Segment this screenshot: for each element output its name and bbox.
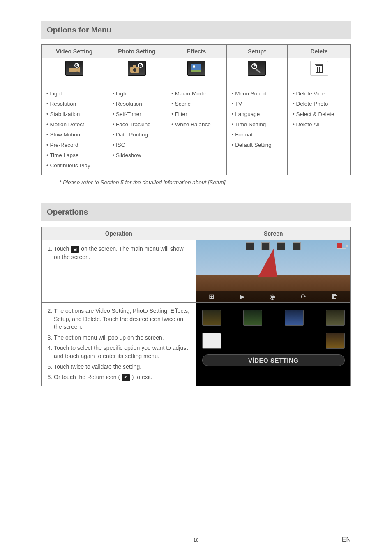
effects-icon [187,61,205,76]
step6-text-a: Or touch the Return icon ( [54,374,120,380]
opt-item: Menu Sound [232,88,283,99]
screen-preview-2: VİDEO SETTING [196,303,351,386]
opt-item: Time Setting [232,119,283,130]
return-arrow-icon[interactable]: ↶ [122,374,130,381]
col-header-photo: Photo Setting [107,45,166,58]
svg-rect-8 [191,70,201,72]
opt-item: Light [112,88,162,99]
video-setting-label: VİDEO SETTING [202,354,345,366]
opt-item: Continuous Play [46,160,103,171]
ops-header-operation: Operation [42,227,196,240]
setup-tile[interactable] [326,310,345,326]
opt-item: Language [232,109,283,119]
svg-marker-1 [77,67,80,73]
opts-video: Light Resolution Stabilization Motion De… [42,84,107,175]
opt-item: Delete Video [293,88,346,99]
svg-rect-13 [315,64,323,65]
menu-grid-icon[interactable]: ⊞ [71,246,79,253]
opt-item: Select & Delete [293,109,346,119]
switch-icon[interactable]: ⟳ [301,293,306,301]
opt-item: Default Setting [232,140,283,150]
photo-setting-tile[interactable] [243,310,262,326]
ops-step-1: Touch ⊞ on the screen. The main menu wil… [54,244,190,262]
setup-footnote: * Please refer to Section 5 for the deta… [59,179,351,185]
col-header-delete: Delete [288,45,351,58]
opt-item: Scene [171,99,222,109]
section-title-operations: Operations [41,204,351,221]
opt-item: Face Tracking [112,119,162,130]
ops-step-5: Touch twice to validate the setting. [54,362,190,372]
section-title-options: Options for Menu [41,21,351,39]
sailboat-graphic [258,249,277,277]
opt-item: Resolution [46,99,103,109]
icon-cell-video [42,58,107,84]
ops-step-2: The options are Video Setting, Photo Set… [54,306,190,333]
opt-item: Motion Detect [46,119,103,130]
effects-tile[interactable] [285,310,304,326]
video-setting-tile[interactable] [202,310,221,326]
opt-item: Filter [171,109,222,119]
opt-item: TV [232,99,283,109]
opt-item: Time Lapse [46,150,103,160]
icon-cell-delete [288,58,351,84]
ops-step-3: The option menu will pop up on the scree… [54,333,190,343]
icon-cell-photo [107,58,166,84]
delete-icon [310,61,328,76]
svg-point-4 [133,68,136,72]
trash-icon[interactable]: 🗑 [331,293,338,300]
opts-setup: Menu Sound TV Language Time Setting Form… [226,84,287,175]
svg-point-9 [193,65,195,68]
screen-preview-1: ⊞ ▶ ◉ ⟳ 🗑 [196,240,351,303]
ops-step1-cell: Touch ⊞ on the screen. The main menu wil… [42,240,196,303]
menu-icon[interactable]: ⊞ [209,293,214,301]
menu-grid-row1 [202,310,345,326]
photo-setting-icon [128,61,146,76]
ops-step-4: Touch to select the specific option you … [54,343,190,361]
camera-icon[interactable]: ◉ [270,293,275,301]
opt-item: Date Printing [112,130,162,140]
screen1-bottom-bar: ⊞ ▶ ◉ ⟳ 🗑 [196,291,351,302]
opts-effects: Macro Mode Scene Filter White Balance [166,84,227,175]
play-icon[interactable]: ▶ [240,293,244,301]
opt-item: Self-Timer [112,109,162,119]
icon-cell-effects [166,58,227,84]
opt-item: Slow Motion [46,130,103,140]
svg-rect-0 [69,68,77,72]
battery-icon [337,243,346,249]
opts-delete: Delete Video Delete Photo Select & Delet… [288,84,351,175]
flower-icon[interactable] [293,242,301,250]
col-header-setup: Setup* [226,45,287,58]
return-tile[interactable] [326,333,345,349]
language-indicator: EN [342,536,351,543]
opt-item: Slideshow [112,150,162,160]
step1-text-a: Touch [54,245,69,252]
opt-item: ISO [112,140,162,150]
video-setting-icon [65,61,83,76]
opt-item: Stabilization [46,109,103,119]
opt-item: Light [46,88,103,99]
focus-icon[interactable] [277,242,285,250]
setup-icon [248,61,266,76]
icon-cell-setup [226,58,287,84]
col-header-effects: Effects [166,45,227,58]
col-header-video: Video Setting [42,45,107,58]
opt-item: Delete Photo [293,99,346,109]
svg-rect-5 [133,65,136,67]
opts-photo: Light Resolution Self-Timer Face Trackin… [107,84,166,175]
ops-header-screen: Screen [196,227,351,240]
menu-grid-row2 [202,333,345,349]
opt-item: Pre-Record [46,140,103,150]
options-table: Video Setting Photo Setting Effects Setu… [41,44,351,175]
lightning-icon[interactable] [246,242,254,250]
ops-step-6: Or touch the Return icon ( ↶ ) to exit. [54,372,190,383]
opt-item: Delete All [293,119,346,130]
page-number: 18 [193,537,198,543]
opt-item: White Balance [171,119,222,130]
page-footer: 18 [0,536,392,543]
opt-item: Resolution [112,99,162,109]
ops-steps-2to6-cell: The options are Video Setting, Photo Set… [42,303,196,386]
step6-text-b: ) to exit. [132,374,152,380]
opt-item: Format [232,130,283,140]
operations-table: Operation Screen Touch ⊞ on the screen. … [41,227,351,386]
delete-tile[interactable] [202,333,221,349]
